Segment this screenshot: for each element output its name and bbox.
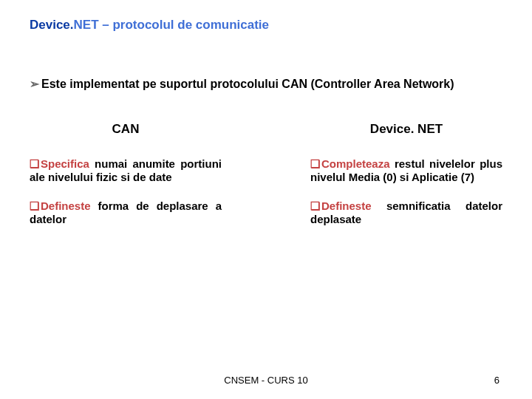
bullet-lead: Specifica xyxy=(41,157,89,170)
list-item: ❑Completeaza restul nivelelor plus nivel… xyxy=(310,157,502,183)
square-bullet-icon: ❑ xyxy=(30,157,39,171)
columns: CAN ❑Specifica numai anumite portiuni al… xyxy=(30,122,502,242)
right-column: Device. NET ❑Completeaza restul nivelelo… xyxy=(310,122,502,242)
left-heading: CAN xyxy=(30,122,222,137)
square-bullet-icon: ❑ xyxy=(310,157,320,171)
slide-title: Device.NET – protocolul de comunicatie xyxy=(30,18,502,33)
square-bullet-icon: ❑ xyxy=(30,200,39,213)
intro-bullet: ➢Este implementat pe suportul protocolul… xyxy=(30,77,502,91)
bullet-lead: Defineste xyxy=(321,200,372,212)
intro-text: Este implementat pe suportul protocolulu… xyxy=(41,78,454,90)
left-column: CAN ❑Specifica numai anumite portiuni al… xyxy=(30,122,222,242)
title-part-1: Device. xyxy=(30,18,74,32)
footer: CNSEM - CURS 10 6 xyxy=(0,375,532,386)
right-heading: Device. NET xyxy=(310,122,502,137)
page-number: 6 xyxy=(494,375,499,386)
list-item: ❑Defineste semnificatia datelor deplasat… xyxy=(310,200,502,225)
bullet-lead: Completeaza xyxy=(321,157,390,170)
title-part-2: NET – protocolul de comunicatie xyxy=(74,18,269,32)
footer-center: CNSEM - CURS 10 xyxy=(224,375,307,386)
square-bullet-icon: ❑ xyxy=(310,200,320,213)
slide: Device.NET – protocolul de comunicatie ➢… xyxy=(0,0,532,399)
arrow-icon: ➢ xyxy=(30,77,39,91)
list-item: ❑Defineste forma de deplasare a datelor xyxy=(30,200,222,225)
list-item: ❑Specifica numai anumite portiuni ale ni… xyxy=(30,157,222,183)
bullet-lead: Defineste xyxy=(41,200,91,212)
